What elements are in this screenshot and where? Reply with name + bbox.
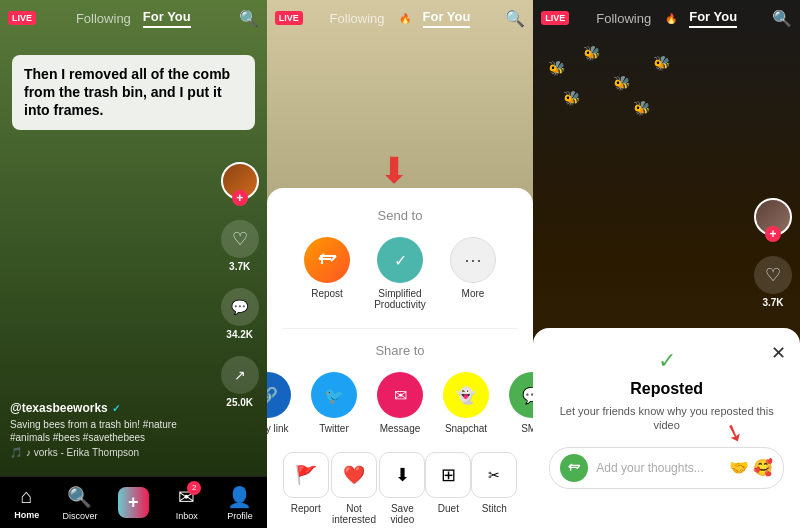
- stitch-item[interactable]: ✂ Stitch: [471, 452, 517, 525]
- comment-icon-1: 💬: [221, 288, 259, 326]
- share-to-label: Share to: [283, 343, 518, 358]
- twitter-label: Twitter: [319, 423, 348, 434]
- nav-discover-1[interactable]: 🔍 Discover: [60, 485, 100, 521]
- following-tab-1[interactable]: Following: [76, 11, 131, 26]
- music-1: 🎵 ♪ vorks - Erika Thompson: [10, 447, 207, 458]
- desc-1: Saving bees from a trash bin! #nature #a…: [10, 418, 207, 444]
- for-you-tab-3[interactable]: For You: [689, 9, 737, 28]
- top-nav-2: Following 🔥 For You: [330, 9, 471, 28]
- not-interested-label: Not interested: [329, 503, 380, 525]
- live-badge-2: LIVE: [275, 11, 303, 25]
- flame-icon-3: 🔥: [665, 13, 677, 24]
- duet-item[interactable]: ⊞ Duet: [425, 452, 471, 525]
- share-icon-1: ↗: [221, 356, 259, 394]
- twitter-item[interactable]: 🐦 Twitter: [311, 372, 357, 434]
- comment-button-1[interactable]: 💬 34.2K: [221, 288, 259, 340]
- stitch-icon: ✂: [471, 452, 517, 498]
- report-label: Report: [291, 503, 321, 514]
- search-icon-3[interactable]: 🔍: [772, 9, 792, 28]
- repost-icon: [304, 237, 350, 283]
- reposted-title: Reposted: [549, 380, 784, 398]
- like-count-1: 3.7K: [229, 261, 250, 272]
- repost-dialog: ✕ ✓ Reposted Let your friends know why y…: [533, 328, 800, 528]
- top-nav-3: Following 🔥 For You: [596, 9, 737, 28]
- more-item[interactable]: ⋯ More: [450, 237, 496, 310]
- repost-label: Repost: [311, 288, 343, 299]
- bee-4: 🐝: [653, 55, 670, 71]
- simplified-item[interactable]: ✓ Simplified Productivity: [370, 237, 430, 310]
- inbox-badge-1: 2: [187, 481, 201, 495]
- music-note-icon: 🎵: [10, 447, 22, 458]
- bee-5: 🐝: [563, 90, 580, 106]
- username-1[interactable]: @texasbeeworks ✓: [10, 401, 207, 415]
- follow-plus[interactable]: +: [232, 190, 248, 206]
- like-button-1[interactable]: ♡ 3.7K: [221, 220, 259, 272]
- report-item[interactable]: 🚩 Report: [283, 452, 329, 525]
- username-text-1: @texasbeeworks: [10, 401, 108, 415]
- hearts-emoji[interactable]: 🥰: [753, 458, 773, 477]
- panel-1: LIVE Following For You 🔍 Then I removed …: [0, 0, 267, 528]
- like-icon-1: ♡: [221, 220, 259, 258]
- simplified-label: Simplified Productivity: [370, 288, 430, 310]
- discover-label-1: Discover: [62, 511, 97, 521]
- search-icon-2[interactable]: 🔍: [505, 9, 525, 28]
- snapchat-icon: 👻: [443, 372, 489, 418]
- video-info-1: @texasbeeworks ✓ Saving bees from a tras…: [10, 401, 207, 458]
- copy-link-icon: 🔗: [267, 372, 291, 418]
- add-plus: +: [128, 492, 139, 512]
- inbox-badge-wrapper-1: ✉ 2: [178, 485, 195, 509]
- share-count-1: 25.0K: [226, 397, 253, 408]
- top-bar-3: LIVE Following 🔥 For You 🔍: [533, 0, 800, 36]
- following-tab-3[interactable]: Following: [596, 11, 651, 26]
- more-icon: ⋯: [450, 237, 496, 283]
- share-actions-row: 🚩 Report ❤️ Not interested ⬇ Save video …: [283, 452, 518, 525]
- creator-avatar-3[interactable]: +: [754, 198, 792, 236]
- copy-link-item[interactable]: 🔗 Copy link: [267, 372, 291, 434]
- share-divider: [283, 328, 518, 329]
- repost-input[interactable]: Add your thoughts...: [596, 461, 721, 475]
- like-button-3[interactable]: ♡ 3.7K: [754, 256, 792, 308]
- sms-item[interactable]: 💬 SMS: [509, 372, 533, 434]
- live-badge-1: LIVE: [8, 11, 36, 25]
- search-icon-1[interactable]: 🔍: [239, 9, 259, 28]
- share-button-1[interactable]: ↗ 25.0K: [221, 356, 259, 408]
- right-actions-3: + ♡ 3.7K: [754, 198, 792, 308]
- panel-3: 🐝 🐝 🐝 🐝 🐝 🐝 LIVE Following 🔥 For You 🔍: [533, 0, 800, 528]
- caption-text: Then I removed all of the comb from the …: [24, 66, 230, 118]
- nav-home-1[interactable]: ⌂ Home: [7, 485, 47, 520]
- not-interested-item[interactable]: ❤️ Not interested: [329, 452, 380, 525]
- emoji-buttons: 🤝 🥰: [729, 458, 773, 477]
- for-you-tab-2[interactable]: For You: [423, 9, 471, 28]
- sms-label: SMS: [521, 423, 533, 434]
- add-icon-1[interactable]: +: [118, 487, 149, 518]
- bee-6: 🐝: [633, 100, 650, 116]
- verified-icon-1: ✓: [112, 403, 120, 414]
- snapchat-item[interactable]: 👻 Snapchat: [443, 372, 489, 434]
- twitter-icon: 🐦: [311, 372, 357, 418]
- right-actions-1: + ♡ 3.7K 💬 34.2K ↗ 25.0K: [221, 162, 259, 408]
- nav-add-1[interactable]: +: [113, 487, 153, 518]
- top-nav-1: Following For You: [76, 9, 191, 28]
- following-tab-2[interactable]: Following: [330, 11, 385, 26]
- nav-inbox-1[interactable]: ✉ 2 Inbox: [167, 485, 207, 521]
- bee-3: 🐝: [613, 75, 630, 91]
- reposted-desc: Let your friends know why you reposted t…: [549, 404, 784, 433]
- duet-icon: ⊞: [425, 452, 471, 498]
- nav-profile-1[interactable]: 👤 Profile: [220, 485, 260, 521]
- profile-label-1: Profile: [227, 511, 253, 521]
- like-count-3: 3.7K: [762, 297, 783, 308]
- follow-plus-3[interactable]: +: [765, 226, 781, 242]
- save-video-icon: ⬇: [379, 452, 425, 498]
- close-button[interactable]: ✕: [771, 342, 786, 364]
- bottom-nav-1: ⌂ Home 🔍 Discover + ✉ 2 I: [0, 476, 267, 528]
- repost-item[interactable]: Repost: [304, 237, 350, 310]
- wave-emoji[interactable]: 🤝: [729, 458, 749, 477]
- for-you-tab-1[interactable]: For You: [143, 9, 191, 28]
- message-item[interactable]: ✉ Message: [377, 372, 423, 434]
- message-label: Message: [380, 423, 421, 434]
- send-to-row: Repost ✓ Simplified Productivity ⋯ More: [283, 237, 518, 310]
- simplified-icon: ✓: [377, 237, 423, 283]
- creator-avatar[interactable]: +: [221, 162, 259, 200]
- caption-overlay: Then I removed all of the comb from the …: [12, 55, 255, 130]
- save-video-item[interactable]: ⬇ Save video: [379, 452, 425, 525]
